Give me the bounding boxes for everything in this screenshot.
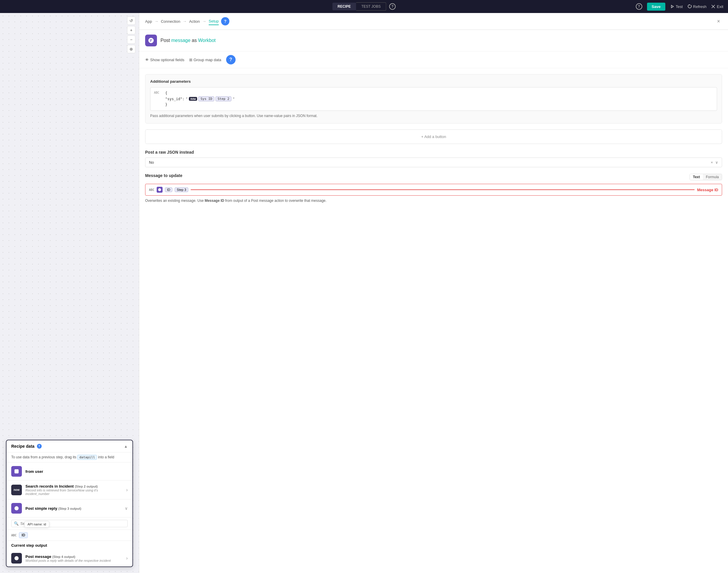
action-title: Post message as Workbot <box>160 38 215 43</box>
current-step-label: Current step output <box>6 541 133 550</box>
id-tag-pill: ID <box>165 187 172 192</box>
additional-parameters-section: Additional parameters ABC { "sys_id": " … <box>145 74 722 123</box>
workbot-link[interactable]: Workbot <box>198 38 215 43</box>
setup-help-icon[interactable]: ? <box>221 17 229 25</box>
recipe-section-search-records: now Search records in Incident (Step 2 o… <box>6 480 133 500</box>
clear-icon[interactable]: × <box>711 160 713 165</box>
code-line-sysid: "sys_id": " now Sys ID Step 2 " <box>165 96 235 101</box>
search-records-chevron: › <box>126 487 128 492</box>
wizard-step-app[interactable]: App <box>145 18 152 25</box>
code-lines: { "sys_id": " now Sys ID Step 2 " <box>165 91 235 107</box>
svg-point-5 <box>14 556 19 560</box>
wizard-arrow-1: → <box>154 19 158 23</box>
wizard-arrow-3: → <box>202 19 206 23</box>
recipe-section-post-simple-reply: Post simple reply (Step 3 output) ∨ <box>6 500 133 517</box>
close-button[interactable]: × <box>715 18 722 25</box>
code-abc-badge: ABC <box>154 91 159 94</box>
wizard-navigation: App → Connection → Action → Setup ? × <box>139 13 728 30</box>
action-icon <box>145 35 157 46</box>
svg-rect-3 <box>14 469 19 473</box>
recipe-panel-title: Recipe data ? <box>11 444 42 449</box>
tab-recipe[interactable]: RECIPE <box>332 3 356 10</box>
recipe-item-from-user[interactable]: from user <box>6 463 133 480</box>
recipe-panel-header: Recipe data ? ▲ <box>6 440 133 453</box>
recipe-item-post-message[interactable]: Post message (Step 4 output) Workbot pos… <box>6 550 133 567</box>
search-records-icon: now <box>11 485 22 495</box>
top-navigation: RECIPE TEST JOBS ? ? Save Test Refresh E… <box>0 0 728 13</box>
help-icon[interactable]: ? <box>389 3 396 10</box>
datapill-inline: datapill <box>77 455 97 460</box>
wizard-arrow-2: → <box>183 19 187 23</box>
global-help-icon[interactable]: ? <box>636 3 642 10</box>
chevron-down-icon[interactable]: ∨ <box>715 160 718 165</box>
optional-help-button[interactable]: ? <box>226 55 236 64</box>
save-button[interactable]: Save <box>647 3 665 11</box>
code-editor-inner: ABC { "sys_id": " now Sys ID Step 2 <box>154 91 713 107</box>
recipe-help-icon[interactable]: ? <box>37 444 42 449</box>
from-user-info: from user <box>25 469 128 474</box>
message-link[interactable]: message <box>171 38 190 43</box>
tab-group: RECIPE TEST JOBS ? <box>332 2 396 11</box>
step2-pill: Step 2 <box>215 96 231 101</box>
additional-params-desc: Pass additional parameters when user sub… <box>150 113 717 118</box>
abc-badge: ABC <box>11 534 16 537</box>
action-header: Post message as Workbot <box>139 30 728 51</box>
show-optional-fields[interactable]: 👁 Show optional fields <box>145 58 185 62</box>
id-pill[interactable]: ID <box>19 532 28 538</box>
recipe-item-post-simple-reply[interactable]: Post simple reply (Step 3 output) ∨ <box>6 500 133 517</box>
recipe-panel-description: To use data from a previous step, drag i… <box>6 453 133 463</box>
test-action[interactable]: Test <box>670 4 683 9</box>
add-button-area[interactable]: + Add a button <box>145 129 722 144</box>
datapill-row: ABC ID API name: id <box>6 530 133 541</box>
message-to-update-label: Message to update <box>145 173 183 178</box>
post-raw-json-label: Post a raw JSON instead <box>145 150 722 155</box>
message-to-update-section: Message to update Text Formula ABC ID St… <box>145 173 722 203</box>
message-to-update-input[interactable]: ABC ID Step 3 Message ID <box>145 184 722 196</box>
group-map-data[interactable]: ⊞ Group map data <box>189 58 221 62</box>
post-message-icon <box>11 553 22 564</box>
exit-action[interactable]: Exit <box>711 4 723 9</box>
code-editor[interactable]: ABC { "sys_id": " now Sys ID Step 2 <box>150 87 717 111</box>
code-line-close: } <box>165 103 235 107</box>
post-simple-reply-chevron: ∨ <box>125 506 128 511</box>
step3-tag-pill: Step 3 <box>175 187 188 192</box>
undo-button[interactable]: ↺ <box>127 16 136 25</box>
select-actions: × ∨ <box>711 160 718 165</box>
canvas-controls: ↺ + − ⊕ <box>127 16 136 53</box>
refresh-action[interactable]: Refresh <box>687 4 707 9</box>
api-tooltip: API name: id <box>24 521 49 527</box>
workbot-pill-icon <box>157 187 163 193</box>
zoom-out-button[interactable]: − <box>127 36 136 44</box>
search-records-info: Search records in Incident (Step 2 outpu… <box>25 484 123 496</box>
post-raw-json-select[interactable]: No × ∨ <box>145 158 722 167</box>
formula-tabs: Text Formula <box>689 174 722 180</box>
fit-button[interactable]: ⊕ <box>127 45 136 53</box>
tab-formula[interactable]: Formula <box>703 174 722 180</box>
recipe-data-panel: Recipe data ? ▲ To use data from a previ… <box>6 440 133 567</box>
recipe-section-from-user: from user <box>6 463 133 480</box>
post-simple-reply-info: Post simple reply (Step 3 output) <box>25 506 121 511</box>
canvas-area: ↺ + − ⊕ Recipe data ? ▲ To use data from… <box>0 13 139 573</box>
code-line-open: { <box>165 91 235 95</box>
additional-params-title: Additional parameters <box>150 79 717 84</box>
zoom-in-button[interactable]: + <box>127 26 136 34</box>
recipe-item-search-records[interactable]: now Search records in Incident (Step 2 o… <box>6 480 133 499</box>
tab-text[interactable]: Text <box>690 174 703 180</box>
svg-point-7 <box>158 188 161 191</box>
grid-icon: ⊞ <box>189 58 193 62</box>
wizard-step-connection[interactable]: Connection <box>161 18 180 25</box>
main-layout: ↺ + − ⊕ Recipe data ? ▲ To use data from… <box>0 13 728 573</box>
field-row-header: Message to update Text Formula <box>145 173 722 181</box>
now-badge: now <box>189 97 197 101</box>
wizard-step-action[interactable]: Action <box>189 18 200 25</box>
from-user-icon <box>11 466 22 477</box>
msg-abc-badge: ABC <box>149 188 154 192</box>
wizard-step-setup[interactable]: Setup <box>209 18 219 25</box>
right-panel: App → Connection → Action → Setup ? × <box>139 13 728 573</box>
collapse-button[interactable]: ▲ <box>124 444 128 449</box>
eye-icon: 👁 <box>145 58 149 62</box>
tab-test-jobs[interactable]: TEST JOBS <box>356 2 386 11</box>
post-raw-json-section: Post a raw JSON instead No × ∨ <box>145 150 722 167</box>
error-label: Message ID <box>697 188 718 192</box>
search-icon: 🔍 <box>14 521 19 526</box>
